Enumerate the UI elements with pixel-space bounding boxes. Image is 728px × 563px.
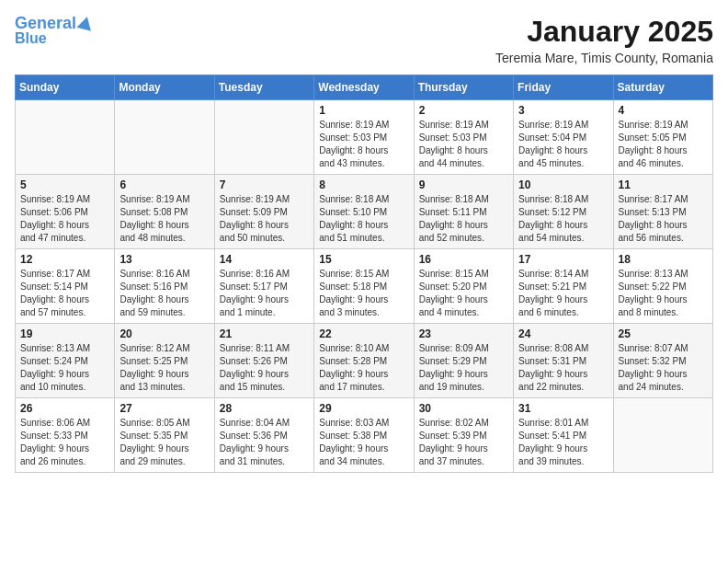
day-info: Sunrise: 8:08 AM Sunset: 5:31 PM Dayligh… — [518, 342, 608, 394]
title-block: January 2025 Teremia Mare, Timis County,… — [495, 15, 713, 65]
calendar-cell: 3Sunrise: 8:19 AM Sunset: 5:04 PM Daylig… — [514, 100, 613, 175]
header-cell-sunday: Sunday — [16, 75, 115, 100]
day-info: Sunrise: 8:19 AM Sunset: 5:09 PM Dayligh… — [220, 193, 309, 245]
calendar-cell: 31Sunrise: 8:01 AM Sunset: 5:41 PM Dayli… — [514, 398, 613, 473]
day-info: Sunrise: 8:17 AM Sunset: 5:14 PM Dayligh… — [20, 268, 109, 319]
day-number: 12 — [20, 253, 109, 266]
calendar-cell: 15Sunrise: 8:15 AM Sunset: 5:18 PM Dayli… — [314, 249, 414, 324]
calendar-cell: 1Sunrise: 8:19 AM Sunset: 5:03 PM Daylig… — [314, 100, 414, 175]
page-subtitle: Teremia Mare, Timis County, Romania — [495, 51, 713, 65]
calendar-header: SundayMondayTuesdayWednesdayThursdayFrid… — [16, 75, 713, 100]
day-info: Sunrise: 8:19 AM Sunset: 5:06 PM Dayligh… — [20, 193, 109, 245]
day-number: 8 — [319, 178, 408, 191]
calendar-cell: 29Sunrise: 8:03 AM Sunset: 5:38 PM Dayli… — [314, 398, 414, 473]
day-info: Sunrise: 8:05 AM Sunset: 5:35 PM Dayligh… — [119, 417, 209, 468]
calendar-table: SundayMondayTuesdayWednesdayThursdayFrid… — [15, 75, 713, 473]
calendar-cell: 12Sunrise: 8:17 AM Sunset: 5:14 PM Dayli… — [16, 249, 115, 324]
day-number: 19 — [20, 327, 109, 340]
day-number: 6 — [119, 178, 209, 191]
day-number: 16 — [419, 253, 508, 266]
day-number: 24 — [518, 327, 608, 340]
day-info: Sunrise: 8:14 AM Sunset: 5:21 PM Dayligh… — [518, 268, 608, 319]
calendar-cell: 19Sunrise: 8:13 AM Sunset: 5:24 PM Dayli… — [16, 324, 115, 398]
day-info: Sunrise: 8:18 AM Sunset: 5:11 PM Dayligh… — [419, 193, 508, 245]
day-info: Sunrise: 8:11 AM Sunset: 5:26 PM Dayligh… — [220, 342, 309, 394]
week-row: 5Sunrise: 8:19 AM Sunset: 5:06 PM Daylig… — [16, 175, 713, 249]
day-info: Sunrise: 8:07 AM Sunset: 5:32 PM Dayligh… — [619, 342, 708, 394]
day-info: Sunrise: 8:16 AM Sunset: 5:17 PM Dayligh… — [220, 268, 309, 319]
day-info: Sunrise: 8:15 AM Sunset: 5:18 PM Dayligh… — [319, 268, 408, 319]
calendar-cell: 8Sunrise: 8:18 AM Sunset: 5:10 PM Daylig… — [314, 175, 414, 249]
calendar-cell: 26Sunrise: 8:06 AM Sunset: 5:33 PM Dayli… — [16, 398, 115, 473]
header-row: SundayMondayTuesdayWednesdayThursdayFrid… — [16, 75, 713, 100]
day-info: Sunrise: 8:19 AM Sunset: 5:03 PM Dayligh… — [419, 119, 508, 170]
day-number: 9 — [419, 178, 508, 191]
day-number: 20 — [119, 327, 209, 340]
calendar-cell: 11Sunrise: 8:17 AM Sunset: 5:13 PM Dayli… — [613, 175, 712, 249]
day-number: 10 — [518, 178, 608, 191]
day-info: Sunrise: 8:03 AM Sunset: 5:38 PM Dayligh… — [319, 417, 408, 468]
day-number: 27 — [119, 402, 209, 415]
day-number: 4 — [619, 104, 708, 117]
day-info: Sunrise: 8:13 AM Sunset: 5:24 PM Dayligh… — [20, 342, 109, 394]
day-number: 30 — [419, 402, 508, 415]
calendar-cell — [16, 100, 115, 175]
day-number: 17 — [518, 253, 608, 266]
calendar-cell: 6Sunrise: 8:19 AM Sunset: 5:08 PM Daylig… — [115, 175, 214, 249]
week-row: 12Sunrise: 8:17 AM Sunset: 5:14 PM Dayli… — [16, 249, 713, 324]
calendar-cell: 10Sunrise: 8:18 AM Sunset: 5:12 PM Dayli… — [514, 175, 613, 249]
header-cell-thursday: Thursday — [414, 75, 513, 100]
calendar-cell: 28Sunrise: 8:04 AM Sunset: 5:36 PM Dayli… — [214, 398, 313, 473]
calendar-cell: 27Sunrise: 8:05 AM Sunset: 5:35 PM Dayli… — [115, 398, 214, 473]
day-info: Sunrise: 8:01 AM Sunset: 5:41 PM Dayligh… — [518, 417, 608, 468]
day-number: 22 — [319, 327, 408, 340]
week-row: 19Sunrise: 8:13 AM Sunset: 5:24 PM Dayli… — [16, 324, 713, 398]
logo-blue: Blue — [15, 31, 47, 46]
day-number: 1 — [319, 104, 408, 117]
day-info: Sunrise: 8:06 AM Sunset: 5:33 PM Dayligh… — [20, 417, 109, 468]
day-number: 3 — [518, 104, 608, 117]
header-cell-tuesday: Tuesday — [214, 75, 313, 100]
day-number: 11 — [619, 178, 708, 191]
calendar-cell — [115, 100, 214, 175]
calendar-cell: 18Sunrise: 8:13 AM Sunset: 5:22 PM Dayli… — [613, 249, 712, 324]
day-info: Sunrise: 8:16 AM Sunset: 5:16 PM Dayligh… — [119, 268, 209, 319]
day-info: Sunrise: 8:10 AM Sunset: 5:28 PM Dayligh… — [319, 342, 408, 394]
page-title: January 2025 — [495, 15, 713, 49]
day-number: 26 — [20, 402, 109, 415]
logo: General Blue — [15, 15, 93, 46]
logo-icon — [77, 15, 95, 31]
day-number: 14 — [220, 253, 309, 266]
calendar-cell: 21Sunrise: 8:11 AM Sunset: 5:26 PM Dayli… — [214, 324, 313, 398]
calendar-cell: 14Sunrise: 8:16 AM Sunset: 5:17 PM Dayli… — [214, 249, 313, 324]
day-number: 13 — [119, 253, 209, 266]
calendar-body: 1Sunrise: 8:19 AM Sunset: 5:03 PM Daylig… — [16, 100, 713, 473]
calendar-cell: 4Sunrise: 8:19 AM Sunset: 5:05 PM Daylig… — [613, 100, 712, 175]
day-number: 15 — [319, 253, 408, 266]
calendar-cell — [613, 398, 712, 473]
calendar-cell: 7Sunrise: 8:19 AM Sunset: 5:09 PM Daylig… — [214, 175, 313, 249]
header-cell-friday: Friday — [514, 75, 613, 100]
page-header: General Blue January 2025 Teremia Mare, … — [15, 15, 713, 65]
calendar-cell: 30Sunrise: 8:02 AM Sunset: 5:39 PM Dayli… — [414, 398, 513, 473]
day-number: 23 — [419, 327, 508, 340]
calendar-cell: 20Sunrise: 8:12 AM Sunset: 5:25 PM Dayli… — [115, 324, 214, 398]
calendar-cell: 25Sunrise: 8:07 AM Sunset: 5:32 PM Dayli… — [613, 324, 712, 398]
day-info: Sunrise: 8:09 AM Sunset: 5:29 PM Dayligh… — [419, 342, 508, 394]
day-info: Sunrise: 8:19 AM Sunset: 5:04 PM Dayligh… — [518, 119, 608, 170]
week-row: 1Sunrise: 8:19 AM Sunset: 5:03 PM Daylig… — [16, 100, 713, 175]
day-number: 7 — [220, 178, 309, 191]
day-number: 31 — [518, 402, 608, 415]
day-number: 28 — [220, 402, 309, 415]
day-info: Sunrise: 8:12 AM Sunset: 5:25 PM Dayligh… — [119, 342, 209, 394]
calendar-cell: 5Sunrise: 8:19 AM Sunset: 5:06 PM Daylig… — [16, 175, 115, 249]
calendar-cell: 2Sunrise: 8:19 AM Sunset: 5:03 PM Daylig… — [414, 100, 513, 175]
day-number: 29 — [319, 402, 408, 415]
header-cell-monday: Monday — [115, 75, 214, 100]
header-cell-wednesday: Wednesday — [314, 75, 414, 100]
day-number: 2 — [419, 104, 508, 117]
calendar-cell: 24Sunrise: 8:08 AM Sunset: 5:31 PM Dayli… — [514, 324, 613, 398]
day-info: Sunrise: 8:19 AM Sunset: 5:05 PM Dayligh… — [619, 119, 708, 170]
day-number: 18 — [619, 253, 708, 266]
day-info: Sunrise: 8:18 AM Sunset: 5:12 PM Dayligh… — [518, 193, 608, 245]
